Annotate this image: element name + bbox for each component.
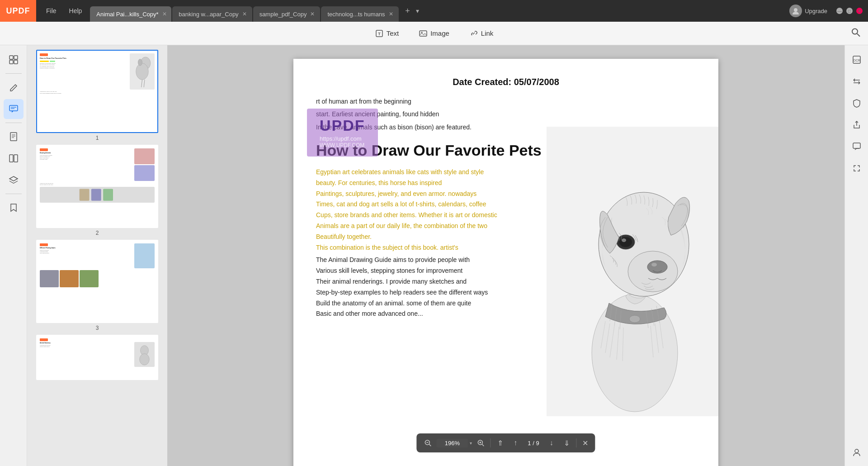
tab-close-1[interactable]: ✕ bbox=[162, 11, 167, 17]
normal-line-4: Step-by-step examples to help readers se… bbox=[316, 287, 565, 298]
page-prev-button[interactable]: ↑ bbox=[509, 436, 522, 450]
thumb-page-num-3: 3 bbox=[96, 325, 99, 331]
normal-line-1: The Animal Drawing Guide aims to provide… bbox=[316, 255, 565, 266]
svg-rect-65 bbox=[853, 143, 860, 148]
nav-separator-1 bbox=[490, 438, 491, 447]
zoom-out-button[interactable] bbox=[421, 436, 434, 450]
tab-technology[interactable]: technolog...ts humans ✕ bbox=[321, 6, 398, 22]
thumbnail-frame-2: Drawing Animals Various techniques for d… bbox=[36, 145, 158, 228]
tab-animal-painting[interactable]: Animal Pai...kills_Copy* ✕ bbox=[90, 6, 171, 22]
right-user-icon[interactable] bbox=[847, 442, 867, 462]
tab-close-4[interactable]: ✕ bbox=[389, 11, 393, 17]
tabs-dropdown[interactable]: ▾ bbox=[416, 7, 419, 14]
text-tool[interactable]: T Text bbox=[365, 25, 409, 42]
right-share-icon[interactable] bbox=[847, 115, 867, 135]
page-next-button[interactable]: ↓ bbox=[545, 436, 558, 450]
thumbnail-content-1: How to Draw Our Favorite Pets Egyptian a… bbox=[37, 51, 157, 132]
right-compress-icon[interactable] bbox=[847, 158, 867, 178]
image-tool-label: Image bbox=[430, 29, 449, 37]
highlighted-line-4: Times, cat and dog art sells a lot of t-… bbox=[316, 199, 565, 210]
sidebar-divider-2 bbox=[5, 123, 22, 123]
search-button[interactable] bbox=[851, 27, 861, 39]
page-last-button[interactable]: ⇓ bbox=[560, 436, 574, 450]
thumbnail-page-2[interactable]: Drawing Animals Various techniques for d… bbox=[32, 145, 163, 236]
svg-rect-7 bbox=[9, 56, 13, 59]
watermark: UPDF https://updf.com WWW.UPDF.COM bbox=[307, 109, 378, 157]
app-logo[interactable]: UPDF bbox=[0, 0, 36, 22]
menu-bar: File Help bbox=[40, 0, 88, 22]
sidebar-pages-icon[interactable] bbox=[4, 127, 24, 147]
zoom-value: 196% bbox=[436, 439, 468, 447]
tab-sample-pdf[interactable]: sample_pdf_Copy ✕ bbox=[253, 6, 321, 22]
tab-close-2[interactable]: ✕ bbox=[242, 11, 247, 17]
page-intro-1: rt of human art from the beginning bbox=[316, 96, 565, 106]
thumbnail-page-3[interactable]: Different Painting Styles Watercolor tec… bbox=[32, 240, 163, 331]
highlighted-line-5: Cups, store brands and other items. Whet… bbox=[316, 210, 565, 221]
minimize-button[interactable]: — bbox=[836, 8, 843, 14]
menu-help[interactable]: Help bbox=[63, 0, 89, 22]
watermark-title: UPDF bbox=[320, 117, 365, 134]
svg-line-58 bbox=[429, 444, 431, 446]
upgrade-button[interactable]: Upgrade bbox=[789, 5, 827, 17]
right-ocr-icon[interactable]: OCR bbox=[847, 50, 867, 70]
tab-banking[interactable]: banking w...apar_Copy ✕ bbox=[172, 6, 252, 22]
thumbnail-content-3: Different Painting Styles Watercolor tec… bbox=[37, 241, 157, 322]
logo-text: UPDF bbox=[6, 6, 30, 16]
sidebar-thumbnail-icon[interactable] bbox=[4, 50, 24, 70]
svg-rect-11 bbox=[9, 105, 18, 111]
svg-rect-14 bbox=[10, 133, 17, 141]
sidebar-divider-3 bbox=[5, 194, 22, 194]
svg-point-31 bbox=[140, 354, 150, 365]
svg-rect-19 bbox=[14, 155, 18, 162]
new-tab-button[interactable]: + bbox=[401, 5, 414, 17]
thumbnail-content-2: Drawing Animals Various techniques for d… bbox=[37, 146, 157, 227]
page-date: Date Created: 05/07/2008 bbox=[316, 77, 696, 87]
svg-rect-18 bbox=[9, 155, 13, 162]
nav-close-button[interactable]: ✕ bbox=[580, 437, 591, 449]
svg-rect-3 bbox=[420, 31, 427, 36]
link-tool[interactable]: Link bbox=[459, 25, 504, 42]
svg-rect-8 bbox=[14, 56, 18, 59]
right-protect-icon[interactable] bbox=[847, 93, 867, 113]
pdf-viewer: UPDF https://updf.com WWW.UPDF.COM Date … bbox=[167, 45, 844, 466]
user-avatar bbox=[789, 5, 802, 17]
menu-file[interactable]: File bbox=[40, 0, 63, 22]
toolbar: T Text Image Link bbox=[0, 22, 868, 45]
left-sidebar bbox=[0, 45, 27, 466]
image-tool[interactable]: Image bbox=[409, 25, 459, 42]
svg-rect-10 bbox=[14, 60, 18, 64]
close-button[interactable]: ✕ bbox=[856, 8, 863, 14]
zoom-level-display: 196% ▾ bbox=[436, 439, 472, 447]
tab-close-3[interactable]: ✕ bbox=[310, 11, 315, 17]
text-tool-icon: T bbox=[375, 29, 384, 38]
svg-rect-27 bbox=[80, 189, 90, 200]
sidebar-bookmark-icon[interactable] bbox=[4, 198, 24, 218]
maximize-button[interactable]: □ bbox=[846, 8, 853, 14]
pdf-page: UPDF https://updf.com WWW.UPDF.COM Date … bbox=[293, 59, 718, 466]
sidebar-layers-icon[interactable] bbox=[4, 170, 24, 190]
main-area: How to Draw Our Favorite Pets Egyptian a… bbox=[0, 45, 868, 466]
thumbnail-page-4[interactable]: Animal Anatomy Understanding proportions… bbox=[32, 335, 163, 380]
zoom-in-button[interactable] bbox=[474, 436, 487, 450]
highlighted-text-block: Egyptian art celebrates animals like cat… bbox=[316, 167, 565, 253]
svg-rect-9 bbox=[9, 60, 13, 64]
thumb-page-num-2: 2 bbox=[96, 230, 99, 236]
sidebar-edit-icon[interactable] bbox=[4, 77, 24, 97]
sidebar-compare-icon[interactable] bbox=[4, 148, 24, 168]
zoom-dropdown-arrow[interactable]: ▾ bbox=[470, 441, 472, 446]
thumbnail-frame-1: How to Draw Our Favorite Pets Egyptian a… bbox=[36, 50, 158, 133]
sidebar-comment-icon[interactable] bbox=[4, 99, 24, 119]
highlighted-line-2: beauty. For centuries, this horse has in… bbox=[316, 178, 565, 189]
normal-line-2: Various skill levels, stepping stones fo… bbox=[316, 266, 565, 276]
watermark-url2: WWW.UPDF.COM bbox=[320, 142, 365, 148]
right-convert-icon[interactable] bbox=[847, 71, 867, 91]
svg-text:T: T bbox=[378, 32, 381, 36]
right-comment-icon[interactable] bbox=[847, 137, 867, 157]
thumbnail-page-1[interactable]: How to Draw Our Favorite Pets Egyptian a… bbox=[32, 50, 163, 141]
page-first-button[interactable]: ⇑ bbox=[493, 436, 507, 450]
upgrade-label: Upgrade bbox=[805, 8, 827, 14]
tab-label: banking w...apar_Copy bbox=[179, 11, 238, 18]
sidebar-divider-1 bbox=[5, 73, 22, 74]
thumb-page-num-1: 1 bbox=[96, 135, 99, 141]
svg-point-66 bbox=[855, 449, 859, 453]
